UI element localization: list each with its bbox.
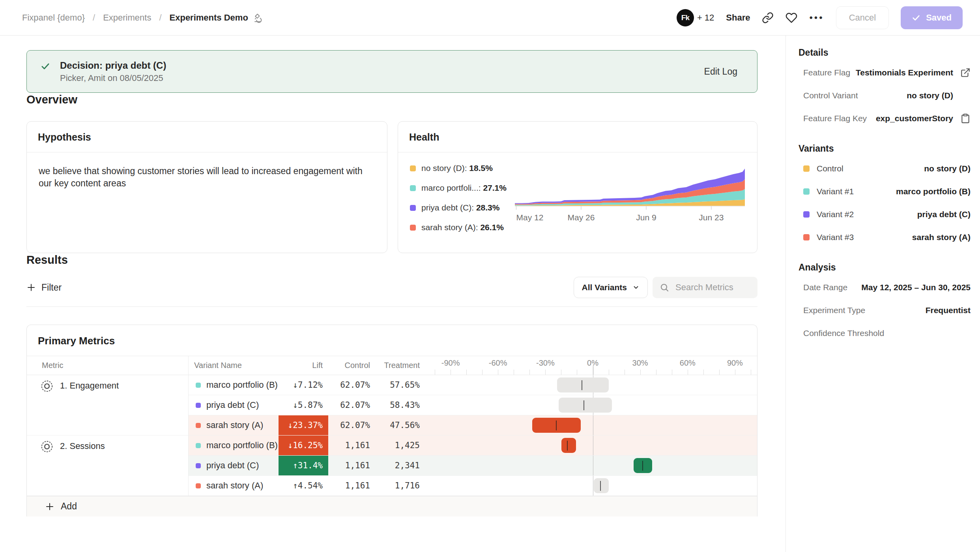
axis-tick: [593, 366, 593, 375]
confidence-interval-cell: [425, 456, 757, 476]
legend-swatch: [410, 165, 416, 171]
variant-color-chip: [196, 463, 201, 468]
clipboard-icon[interactable]: [953, 113, 971, 124]
variants-filter-dropdown[interactable]: All Variants: [574, 277, 648, 298]
column-header-control: Control: [328, 356, 376, 375]
search-metrics-input[interactable]: [675, 282, 750, 293]
lift-axis-header: -90%-60%-30%0%30%60%90%: [425, 356, 757, 375]
external-link-icon[interactable]: [953, 68, 971, 78]
add-filter-button[interactable]: Filter: [26, 282, 62, 293]
avatar[interactable]: Fk: [677, 9, 694, 26]
variant-name-cell[interactable]: priya debt (C): [189, 456, 279, 476]
variant-slot-label: Variant #2: [817, 210, 854, 219]
variant-name-cell[interactable]: sarah story (A): [189, 476, 279, 496]
health-area-chart: May 12May 26Jun 9Jun 23: [515, 163, 754, 242]
lift-value-cell: ↓16.25%: [279, 436, 328, 456]
collaborator-count: + 12: [697, 13, 714, 23]
variant-name: priya debt (C): [206, 400, 259, 410]
axis-tick: [688, 370, 688, 375]
metric-cell[interactable]: 2. Sessions: [27, 436, 189, 496]
breadcrumb-experiments[interactable]: Experiments: [103, 13, 151, 23]
axis-tick: [514, 370, 514, 375]
favorite-heart-icon[interactable]: [785, 12, 797, 24]
variant-name-cell[interactable]: marco portfolio (B): [189, 436, 279, 456]
share-button[interactable]: Share: [726, 13, 750, 23]
collaborators[interactable]: Fk + 12: [677, 9, 714, 26]
results-heading: Results: [26, 253, 757, 267]
variant-name-cell[interactable]: priya debt (C): [189, 395, 279, 415]
lift-value-cell: ↑4.54%: [279, 476, 328, 496]
decision-text: Decision: priya debt (C) Picker, Amit on…: [60, 59, 166, 84]
svg-text:Jun 23: Jun 23: [699, 213, 724, 222]
variants-rows: Controlno story (D)Variant #1marco portf…: [799, 157, 971, 249]
lift-point-tick: [584, 400, 584, 410]
confidence-interval-bar: [561, 438, 576, 453]
variant-name-cell[interactable]: marco portfolio (B): [189, 375, 279, 395]
variant-color-chip: [196, 383, 201, 388]
search-metrics-box: [653, 277, 757, 298]
check-icon: [912, 13, 920, 22]
zero-line: [593, 476, 593, 496]
analysis-label: Confidence Threshold: [803, 329, 884, 338]
lift-point-tick: [567, 441, 568, 451]
edit-log-button[interactable]: Edit Log: [704, 66, 737, 77]
hypothesis-title: Hypothesis: [27, 122, 387, 152]
axis-tick: [703, 370, 704, 375]
metric-goal-icon: [40, 379, 54, 393]
confidence-interval-cell: [425, 476, 757, 496]
variants-heading: Variants: [799, 143, 971, 154]
cancel-button[interactable]: Cancel: [836, 6, 889, 29]
confidence-interval-bar: [559, 398, 612, 413]
axis-tick: [640, 370, 641, 375]
saved-button[interactable]: Saved: [901, 6, 963, 29]
variant-name-cell[interactable]: sarah story (A): [189, 415, 279, 436]
treatment-value-cell: 57.65%: [376, 375, 425, 395]
breadcrumb-separator: /: [159, 13, 161, 23]
variant-name: marco portfolio (B): [206, 440, 278, 451]
health-legend-item: priya debt (C): 28.3%: [410, 203, 515, 212]
lift-point-tick: [582, 380, 582, 390]
svg-text:Jun 9: Jun 9: [636, 213, 656, 222]
control-value-cell: 1,161: [328, 436, 376, 456]
zero-line: [593, 415, 593, 435]
detail-label: Feature Flag: [803, 68, 850, 77]
header-actions: Fk + 12 Share ••• Cancel Saved: [677, 6, 963, 29]
decision-subtitle: Picker, Amit on 08/05/2025: [60, 72, 166, 84]
svg-text:May 12: May 12: [516, 213, 544, 222]
axis-tick-label: 60%: [680, 359, 696, 368]
variant-slot-label: Control: [817, 164, 843, 173]
breadcrumb-project[interactable]: Fixpanel {demo}: [22, 13, 85, 23]
variant-color-chip: [803, 188, 810, 195]
overview-heading: Overview: [26, 93, 757, 106]
health-legend-item: sarah story (A): 26.1%: [410, 223, 515, 232]
search-icon: [660, 283, 669, 292]
analysis-heading: Analysis: [799, 262, 971, 273]
metric-cell[interactable]: 1. Engagement: [27, 375, 189, 436]
column-header-metric: Metric: [27, 356, 189, 375]
axis-tick: [545, 370, 546, 375]
variant-slot-label: Variant #1: [817, 187, 854, 196]
main-panel: Decision: priya debt (C) Picker, Amit on…: [0, 36, 786, 552]
axis-tick: [466, 370, 467, 375]
confidence-interval-cell: [425, 415, 757, 436]
variant-color-chip: [803, 165, 810, 172]
analysis-label: Date Range: [803, 283, 847, 292]
breadcrumb-separator: /: [93, 13, 95, 23]
variant-name: sarah story (A): [206, 420, 263, 430]
legend-swatch: [410, 225, 416, 231]
add-metric-button[interactable]: Add: [27, 496, 757, 516]
copy-link-icon[interactable]: [762, 12, 774, 24]
details-heading: Details: [799, 47, 971, 58]
metric-name: 1. Engagement: [60, 379, 119, 392]
axis-tick: [498, 370, 498, 375]
zero-line: [593, 456, 593, 475]
legend-label: no story (D): 18.5%: [421, 163, 493, 173]
add-label: Add: [61, 501, 77, 512]
sidebar-section-details: Details Feature FlagTestimonials Experim…: [799, 47, 971, 130]
more-options-icon[interactable]: •••: [809, 12, 824, 23]
details-row: Feature Flag Keyexp_customerStory: [799, 107, 971, 130]
variant-color-chip: [196, 423, 201, 428]
axis-tick: [529, 370, 530, 375]
variant-color-chip: [803, 211, 810, 218]
axis-tick: [625, 370, 625, 375]
